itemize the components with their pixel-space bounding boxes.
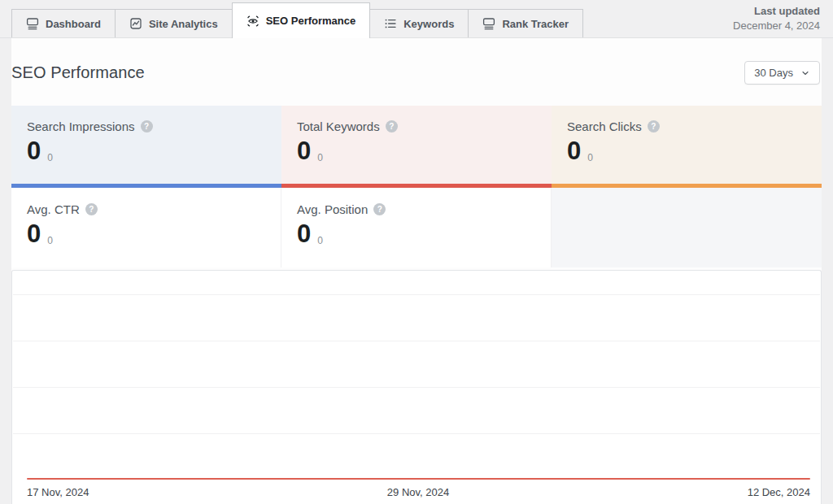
chart-gridline bbox=[13, 433, 820, 434]
last-updated-date: December 4, 2024 bbox=[733, 20, 820, 33]
chart-gridline bbox=[13, 387, 820, 388]
stats-grid: Search Impressions 0 0 Total Keywords 0 … bbox=[11, 106, 822, 267]
keywords-icon bbox=[384, 17, 397, 30]
tab-site-analytics[interactable]: Site Analytics bbox=[115, 9, 233, 37]
tab-label: Dashboard bbox=[46, 18, 101, 30]
stat-card-search-clicks: Search Clicks 0 0 bbox=[552, 106, 822, 188]
stat-label-row: Search Impressions bbox=[27, 119, 266, 133]
stat-value-row: 0 0 bbox=[27, 223, 265, 245]
x-axis-tick-start: 17 Nov, 2024 bbox=[27, 486, 89, 498]
stats-empty-cell bbox=[552, 188, 822, 267]
stat-card-avg-ctr: Avg. CTR 0 0 bbox=[11, 188, 281, 267]
tab-seo-performance[interactable]: SEO Performance bbox=[232, 2, 371, 38]
seo-performance-icon bbox=[246, 15, 259, 28]
tab-dashboard[interactable]: Dashboard bbox=[11, 9, 116, 37]
help-icon[interactable] bbox=[373, 203, 386, 215]
top-tab-bar: Dashboard Site Analytics SEO Performance bbox=[0, 0, 833, 38]
stat-value-row: 0 0 bbox=[567, 140, 806, 163]
stat-card-total-keywords: Total Keywords 0 0 bbox=[281, 106, 552, 188]
stat-label: Total Keywords bbox=[297, 119, 380, 133]
stat-label-row: Avg. CTR bbox=[27, 202, 265, 216]
tab-label: Site Analytics bbox=[149, 18, 218, 30]
stat-label-row: Avg. Position bbox=[297, 202, 535, 216]
stat-label-row: Search Clicks bbox=[567, 119, 806, 133]
stat-subvalue: 0 bbox=[317, 235, 323, 246]
stat-value-row: 0 0 bbox=[27, 140, 266, 163]
chart-gridline bbox=[13, 294, 820, 295]
stat-card-avg-position: Avg. Position 0 0 bbox=[281, 188, 552, 267]
tab-label: Rank Tracker bbox=[502, 18, 569, 30]
dashboard-icon bbox=[26, 17, 39, 30]
performance-chart: 17 Nov, 2024 29 Nov, 2024 12 Dec, 2024 bbox=[11, 270, 822, 504]
stat-value: 0 bbox=[297, 223, 311, 245]
stat-label: Search Impressions bbox=[27, 119, 135, 133]
help-icon[interactable] bbox=[141, 120, 153, 133]
tab-rank-tracker[interactable]: Rank Tracker bbox=[468, 9, 583, 37]
chart-x-axis: 17 Nov, 2024 29 Nov, 2024 12 Dec, 2024 bbox=[27, 486, 810, 498]
last-updated-label: Last updated bbox=[733, 5, 820, 18]
page-header: SEO Performance 30 Days bbox=[11, 38, 822, 106]
stat-value-row: 0 0 bbox=[297, 140, 536, 163]
date-range-select[interactable]: 30 Days bbox=[744, 61, 820, 85]
stat-label: Avg. Position bbox=[297, 202, 368, 216]
rank-tracker-icon bbox=[482, 17, 495, 30]
x-axis-tick-end: 12 Dec, 2024 bbox=[748, 486, 810, 498]
stat-subvalue: 0 bbox=[317, 152, 323, 163]
chart-gridline bbox=[13, 341, 820, 341]
stat-value: 0 bbox=[27, 140, 41, 163]
chevron-down-icon bbox=[800, 68, 810, 78]
stat-label: Search Clicks bbox=[567, 119, 642, 133]
stat-value: 0 bbox=[297, 140, 311, 163]
stat-card-search-impressions: Search Impressions 0 0 bbox=[11, 106, 281, 188]
stat-label: Avg. CTR bbox=[27, 202, 80, 216]
site-analytics-icon bbox=[129, 17, 142, 30]
date-range-value: 30 Days bbox=[754, 67, 793, 79]
stat-subvalue: 0 bbox=[47, 152, 53, 163]
tab-keywords[interactable]: Keywords bbox=[369, 9, 469, 37]
stat-subvalue: 0 bbox=[587, 152, 593, 163]
help-icon[interactable] bbox=[386, 120, 398, 133]
help-icon[interactable] bbox=[648, 120, 660, 133]
page-title: SEO Performance bbox=[11, 63, 145, 82]
main-content: SEO Performance 30 Days Search Impressio… bbox=[11, 38, 822, 504]
stat-value: 0 bbox=[27, 223, 41, 245]
x-axis-tick-middle: 29 Nov, 2024 bbox=[387, 486, 449, 498]
help-icon[interactable] bbox=[85, 203, 98, 215]
chart-zero-value-line bbox=[27, 478, 810, 480]
stat-subvalue: 0 bbox=[47, 235, 53, 246]
tab-label: Keywords bbox=[403, 18, 454, 30]
last-updated-block: Last updated December 4, 2024 bbox=[733, 5, 833, 33]
seo-plugin-screen: Dashboard Site Analytics SEO Performance bbox=[0, 0, 833, 504]
stat-value: 0 bbox=[567, 140, 581, 163]
stat-value-row: 0 0 bbox=[297, 223, 535, 245]
stat-label-row: Total Keywords bbox=[297, 119, 536, 133]
tab-label: SEO Performance bbox=[266, 15, 356, 27]
